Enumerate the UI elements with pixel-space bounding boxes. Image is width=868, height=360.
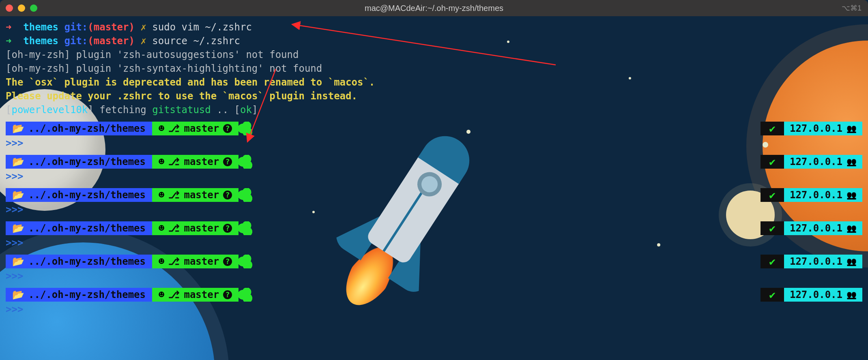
prompt-branch-text: master (184, 155, 219, 169)
p10k-prompt-row: 📂../.oh-my-zsh/themes☻⎇master?✔127.0.0.1… (6, 122, 862, 135)
users-icon: 👥 (847, 155, 857, 169)
terminal-warning: The `osx` plugin is deprecated and has b… (6, 75, 862, 89)
prompt-continuation: >>> (6, 302, 862, 316)
prompt-right-block: ✔127.0.0.1👥 (761, 188, 862, 202)
check-icon: ✔ (769, 188, 776, 202)
prompt-path-segment: 📂../.oh-my-zsh/themes (6, 288, 152, 302)
prompt-path-segment: 📂../.oh-my-zsh/themes (6, 255, 152, 268)
branch-icon: ⎇ (168, 155, 180, 169)
prompt-ip-text: 127.0.0.1 (790, 255, 842, 268)
prompt-right-block: ✔127.0.0.1👥 (761, 255, 862, 268)
window-title: mac@MACdeAir:~/.oh-my-zsh/themes (0, 1, 868, 15)
folder-icon: 📂 (12, 155, 24, 169)
users-icon: 👥 (847, 122, 857, 135)
users-icon: 👥 (847, 221, 857, 235)
prompt-git-segment: ☻⎇master? (152, 188, 238, 202)
prompt-right-block: ✔127.0.0.1👥 (761, 288, 862, 302)
prompt-ip-segment: 127.0.0.1👥 (784, 288, 862, 302)
folder-icon: 📂 (12, 122, 24, 135)
terminal-output: [oh-my-zsh] plugin 'zsh-autosuggestions'… (6, 48, 862, 62)
users-icon: 👥 (847, 255, 857, 268)
prompt-status-segment: ✔ (761, 221, 784, 235)
folder-icon: 📂 (12, 255, 24, 268)
check-icon: ✔ (769, 122, 776, 135)
fullscreen-button[interactable] (30, 4, 37, 12)
prompt-git-segment: ☻⎇master? (152, 155, 238, 169)
titlebar-shortcut-hint: ⌥⌘1 (842, 1, 868, 15)
prompt-right-block: ✔127.0.0.1👥 (761, 221, 862, 235)
prompt-path-text: ../.oh-my-zsh/themes (28, 122, 146, 135)
users-icon: 👥 (847, 288, 857, 302)
prompt-untracked-icon: ? (223, 157, 232, 166)
prompt-untracked-icon: ? (223, 224, 232, 233)
prompt-branch-text: master (184, 122, 219, 135)
github-icon: ☻ (159, 288, 164, 302)
segment-flame-icon (238, 221, 252, 235)
branch-icon: ⎇ (168, 221, 180, 235)
prompt-ip-segment: 127.0.0.1👥 (784, 122, 862, 135)
branch-icon: ⎇ (168, 188, 180, 202)
prompt-untracked-icon: ? (223, 124, 232, 133)
terminal-line: ➜ themes git:(master) ✗ sudo vim ~/.zshr… (6, 20, 862, 34)
terminal-output: [powerlevel10k] fetching gitstatusd .. [… (6, 103, 862, 117)
prompt-status-segment: ✔ (761, 255, 784, 268)
close-button[interactable] (6, 4, 13, 12)
prompt-status-segment: ✔ (761, 188, 784, 202)
github-icon: ☻ (159, 255, 164, 268)
command-text: source ~/.zshrc (152, 35, 240, 47)
check-icon: ✔ (769, 155, 776, 169)
prompt-paren: ( (88, 35, 93, 47)
segment-flame-icon (238, 255, 252, 268)
prompt-ip-text: 127.0.0.1 (790, 155, 842, 169)
minimize-button[interactable] (18, 4, 25, 12)
prompt-untracked-icon: ? (223, 290, 232, 299)
users-icon: 👥 (847, 188, 857, 202)
prompt-continuation: >>> (6, 236, 862, 250)
prompt-paren: ( (88, 21, 93, 33)
prompt-dirty-icon: ✗ (140, 21, 146, 33)
prompt-status-segment: ✔ (761, 288, 784, 302)
prompt-branch-text: master (184, 288, 219, 302)
prompt-git-segment: ☻⎇master? (152, 255, 238, 268)
prompt-path-segment: 📂../.oh-my-zsh/themes (6, 122, 152, 135)
prompt-right-block: ✔127.0.0.1👥 (761, 122, 862, 135)
github-icon: ☻ (159, 122, 164, 135)
prompt-cwd: themes (23, 21, 58, 33)
github-icon: ☻ (159, 155, 164, 169)
prompt-git-segment: ☻⎇master? (152, 288, 238, 302)
terminal-line: ➜ themes git:(master) ✗ source ~/.zshrc (6, 34, 862, 48)
prompt-ip-segment: 127.0.0.1👥 (784, 188, 862, 202)
segment-flame-icon (238, 155, 252, 169)
traffic-lights (0, 4, 37, 12)
prompt-ip-text: 127.0.0.1 (790, 122, 842, 135)
prompt-branch-text: master (184, 221, 219, 235)
folder-icon: 📂 (12, 221, 24, 235)
prompt-path-text: ../.oh-my-zsh/themes (28, 255, 146, 268)
prompt-dirty-icon: ✗ (140, 35, 146, 47)
check-icon: ✔ (769, 255, 776, 268)
prompt-ip-text: 127.0.0.1 (790, 221, 842, 235)
p10k-prompt-row: 📂../.oh-my-zsh/themes☻⎇master?✔127.0.0.1… (6, 255, 862, 268)
prompt-ip-text: 127.0.0.1 (790, 188, 842, 202)
prompt-continuation: >>> (6, 269, 862, 283)
segment-flame-icon (238, 122, 252, 135)
p10k-prompt-row: 📂../.oh-my-zsh/themes☻⎇master?✔127.0.0.1… (6, 221, 862, 235)
prompt-git-segment: ☻⎇master? (152, 122, 238, 135)
prompt-ip-segment: 127.0.0.1👥 (784, 221, 862, 235)
p10k-prompt-row: 📂../.oh-my-zsh/themes☻⎇master?✔127.0.0.1… (6, 288, 862, 302)
p10k-prompt-row: 📂../.oh-my-zsh/themes☻⎇master?✔127.0.0.1… (6, 155, 862, 169)
prompt-cwd: themes (23, 35, 58, 47)
terminal-warning: Please update your .zshrc to use the `ma… (6, 89, 862, 103)
branch-icon: ⎇ (168, 288, 180, 302)
terminal-viewport[interactable]: ➜ themes git:(master) ✗ sudo vim ~/.zshr… (0, 16, 868, 360)
prompt-right-block: ✔127.0.0.1👥 (761, 155, 862, 169)
prompt-ip-segment: 127.0.0.1👥 (784, 155, 862, 169)
prompt-paren: ) (129, 35, 134, 47)
prompt-paren: ) (129, 21, 134, 33)
prompt-path-text: ../.oh-my-zsh/themes (28, 288, 146, 302)
prompt-ip-segment: 127.0.0.1👥 (784, 255, 862, 268)
prompt-path-segment: 📂../.oh-my-zsh/themes (6, 155, 152, 169)
prompt-branch-text: master (184, 188, 219, 202)
prompt-continuation: >>> (6, 203, 862, 216)
command-text: sudo vim ~/.zshrc (152, 21, 252, 33)
